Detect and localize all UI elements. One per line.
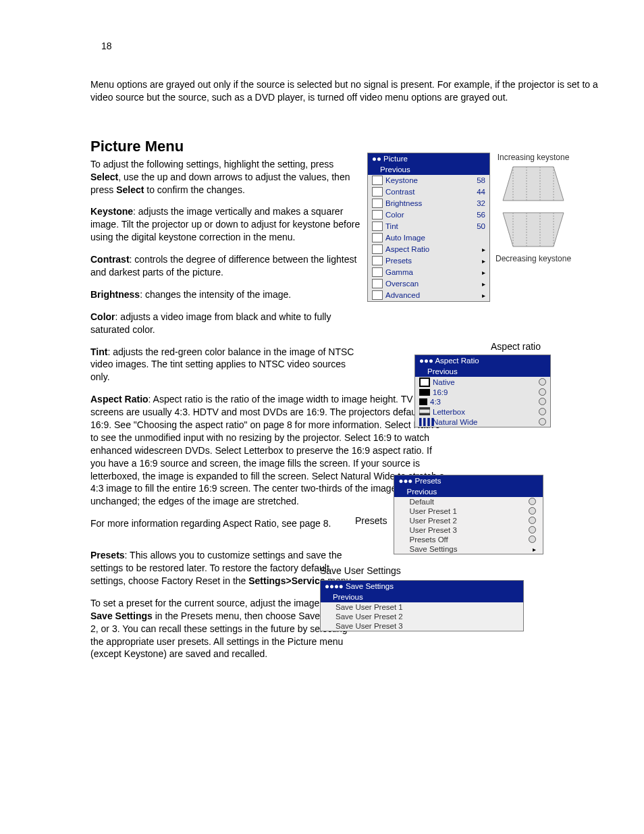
presets-block: Presets ●●● Presets Previous DefaultUser… [355,475,617,554]
aspect-native-row[interactable]: Native [415,377,550,388]
tint-bold: Tint [90,346,107,357]
label: Auto Image [385,234,485,242]
value: 50 [477,222,485,230]
label: 4:3 [430,398,536,406]
value: 56 [477,211,485,219]
increasing-keystone-label: Increasing keystone [498,153,570,162]
label: 16:9 [433,388,536,396]
page-number: 18 [101,41,617,51]
label: Default [409,498,526,506]
picture-row-presets[interactable]: Presets [368,255,489,267]
radio-icon [529,507,536,515]
value: 44 [477,188,485,196]
osd-previous[interactable]: Previous [394,486,543,497]
save-settings-caption: Save User Settings [320,565,617,576]
osd-title: ●●● Aspect Ratio [415,355,550,366]
preset-row-user-preset-2[interactable]: User Preset 2 [394,516,543,525]
radio-icon [529,498,536,505]
label: Aspect Ratio [385,245,479,253]
radio-icon [529,517,536,524]
preset-row-user-preset-3[interactable]: User Preset 3 [394,525,543,535]
label: Native [433,378,536,386]
picture-row-tint[interactable]: Tint50 [368,221,489,232]
label: Save User Preset 1 [336,603,516,611]
preset-row-default[interactable]: Default [394,497,543,506]
picture-row-color[interactable]: Color56 [368,209,489,221]
chevron-right-icon [482,268,485,276]
color-para: Color: adjusts a video image from black … [90,311,360,336]
row-icon [372,267,383,277]
aspect-letterbox-row[interactable]: Letterbox [415,407,550,417]
presets-osd-menu: ●●● Presets Previous DefaultUser Preset … [394,475,543,554]
preset-row-save-settings[interactable]: Save Settings [394,544,543,554]
aspect-ratio-block: Aspect ratio ●●● Aspect Ratio Previous N… [414,341,617,427]
label: Gamma [385,268,479,276]
chevron-right-icon [533,545,536,553]
picture-row-advanced[interactable]: Advanced [368,290,489,301]
letterbox-icon [419,407,430,417]
contrast-para: Contrast: controls the degree of differe… [90,253,360,279]
adjust-intro: To adjust the following settings, highli… [90,158,360,197]
presets-bold: Presets [90,550,125,561]
aspect-osd-menu: ●●● Aspect Ratio Previous Native 16:9 4:… [414,355,551,427]
label: Brightness [385,199,474,207]
osd-title: ●●● Presets [394,475,543,486]
picture-row-contrast[interactable]: Contrast44 [368,186,489,198]
aspect-169-row[interactable]: 16:9 [415,388,550,397]
save-row-save-user-preset-3[interactable]: Save User Preset 3 [321,621,523,631]
text: : changes the intensity of the image. [140,289,291,300]
intro-paragraph: Menu options are grayed out only if the … [90,78,617,104]
radio-icon [539,408,546,415]
preset-row-presets-off[interactable]: Presets Off [394,535,543,544]
picture-row-aspect-ratio[interactable]: Aspect Ratio [368,244,489,255]
picture-osd-menu: ●● Picture Previous Keystone58Contrast44… [367,153,490,302]
value: 32 [477,199,485,207]
page: 18 Menu options are grayed out only if t… [0,0,644,697]
aspect-bold: Aspect Ratio [90,394,149,405]
chevron-right-icon [482,245,485,253]
label: Save User Preset 2 [336,613,516,621]
value: 58 [477,176,485,184]
radio-icon [539,398,546,405]
label: Color [385,211,474,219]
picture-row-gamma[interactable]: Gamma [368,267,489,278]
label: Natural Wide [433,418,536,426]
picture-row-auto-image[interactable]: Auto Image [368,232,489,244]
svg-marker-0 [503,167,564,201]
row-icon [372,210,383,219]
osd-previous[interactable]: Previous [415,366,550,377]
chevron-right-icon [482,291,485,299]
radio-icon [529,536,536,543]
label: User Preset 1 [409,507,526,515]
standard-icon [419,398,427,405]
label: Tint [385,222,474,230]
label: Contrast [385,188,474,196]
aspect-43-row[interactable]: 4:3 [415,397,550,407]
keystone-illustration: Increasing keystone [495,153,571,263]
osd-previous[interactable]: Previous [321,592,523,602]
picture-row-keystone[interactable]: Keystone58 [368,175,489,186]
preset-row-user-preset-1[interactable]: User Preset 1 [394,506,543,516]
text: : adjusts the red-green color balance in… [90,346,354,383]
radio-icon [539,388,546,396]
osd-title: ●● Picture [368,153,489,164]
row-icon [372,244,383,254]
svg-marker-5 [503,213,564,246]
native-icon [419,377,430,387]
save-row-save-user-preset-1[interactable]: Save User Preset 1 [321,602,523,612]
contrast-bold: Contrast [90,254,130,265]
osd-previous[interactable]: Previous [368,164,489,175]
aspect-naturalwide-row[interactable]: ▌▌▌▌Natural Wide [415,417,550,427]
save-row-save-user-preset-2[interactable]: Save User Preset 2 [321,612,523,621]
save-settings-block: Save User Settings ●●●● Save Settings Pr… [320,565,617,631]
chevron-right-icon [482,280,485,288]
keystone-bold: Keystone [90,206,133,217]
row-icon [372,256,383,265]
row-icon [372,233,383,242]
label: Keystone [385,176,474,184]
presets-caption: Presets [355,515,387,526]
picture-row-brightness[interactable]: Brightness32 [368,198,489,209]
row-icon [372,221,383,231]
picture-row-overscan[interactable]: Overscan [368,278,489,290]
radio-icon [539,378,546,386]
